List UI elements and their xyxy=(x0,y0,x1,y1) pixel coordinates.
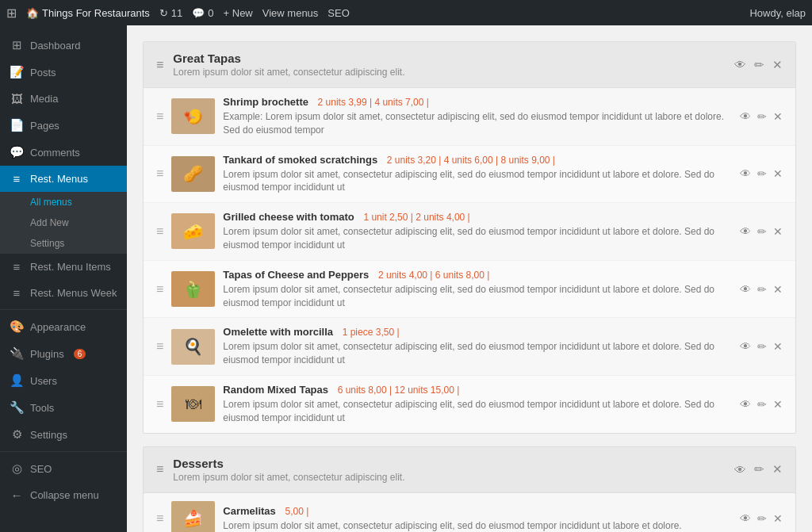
item-view-icon[interactable]: 👁 xyxy=(740,398,751,411)
item-edit-icon[interactable]: ✏ xyxy=(757,110,767,123)
item-image-placeholder: 🧀 xyxy=(171,213,215,249)
item-image-grilled: 🧀 xyxy=(171,213,215,249)
section-view-icon[interactable]: 👁 xyxy=(734,58,746,71)
adminbar-comments[interactable]: 💬0 xyxy=(192,7,213,19)
sidebar-item-settings[interactable]: ⚙ Settings xyxy=(0,421,127,448)
adminbar-user[interactable]: Howdy, elap xyxy=(749,7,806,19)
sidebar-item-pages[interactable]: 📄 Pages xyxy=(0,112,127,139)
sidebar-item-rest-menus[interactable]: ≡ Rest. Menus xyxy=(0,166,127,192)
section-edit-icon[interactable]: ✏ xyxy=(754,462,764,477)
item-edit-icon[interactable]: ✏ xyxy=(757,167,767,180)
item-description: Lorem ipsum dolor sit amet, consectetur … xyxy=(223,168,732,195)
item-delete-icon[interactable]: ✕ xyxy=(773,225,783,238)
item-image-omelette: 🍳 xyxy=(171,329,215,365)
sidebar-sub-add-new[interactable]: Add New xyxy=(0,212,127,233)
item-edit-icon[interactable]: ✏ xyxy=(757,225,767,238)
adminbar-view-menus[interactable]: View menus xyxy=(262,7,319,19)
section-delete-icon[interactable]: ✕ xyxy=(772,462,783,477)
item-edit-icon[interactable]: ✏ xyxy=(757,283,767,296)
section-actions: 👁 ✏ ✕ xyxy=(734,58,783,72)
sidebar-item-media[interactable]: 🖼 Media xyxy=(0,86,127,112)
sidebar-item-tools[interactable]: 🔧 Tools xyxy=(0,394,127,421)
adminbar-new-button[interactable]: + New xyxy=(224,7,253,19)
item-drag-handle[interactable]: ≡ xyxy=(156,339,163,354)
item-drag-handle[interactable]: ≡ xyxy=(156,166,163,181)
item-content-random: Random Mixed Tapas 6 units 8,00 | 12 uni… xyxy=(223,384,732,425)
item-view-icon[interactable]: 👁 xyxy=(740,167,751,180)
section-view-icon[interactable]: 👁 xyxy=(734,463,746,477)
menu-item-shrimp-brochette: ≡ 🍤 Shrimp brochette 2 units 3,99 | 4 un… xyxy=(144,88,795,146)
menu-item-random-mixed-tapas: ≡ 🍽 Random Mixed Tapas 6 units 8,00 | 12… xyxy=(144,376,795,433)
item-delete-icon[interactable]: ✕ xyxy=(773,512,783,525)
item-view-icon[interactable]: 👁 xyxy=(740,512,751,525)
item-image-random: 🍽 xyxy=(171,386,215,422)
section-actions: 👁 ✏ ✕ xyxy=(734,462,783,477)
item-edit-icon[interactable]: ✏ xyxy=(757,398,767,411)
menu-item-omelette: ≡ 🍳 Omelette with morcilla 1 piece 3,50 … xyxy=(144,318,795,376)
item-drag-handle[interactable]: ≡ xyxy=(156,224,163,239)
plugins-badge: 6 xyxy=(74,349,86,359)
menu-item-tankard: ≡ 🥜 Tankard of smoked scratchings 2 unit… xyxy=(144,146,795,204)
section-drag-handle[interactable]: ≡ xyxy=(156,58,163,72)
item-name: Carmelitas xyxy=(223,505,275,517)
wp-logo-icon[interactable]: ⊞ xyxy=(6,6,17,21)
item-drag-handle[interactable]: ≡ xyxy=(156,397,163,411)
sidebar-item-collapse[interactable]: ← Collapse menu xyxy=(0,482,127,508)
dashboard-icon: ⊞ xyxy=(10,38,24,52)
item-drag-handle[interactable]: ≡ xyxy=(156,109,163,124)
section-info: Desserts Lorem ipsum dolor sit amet, con… xyxy=(173,457,725,483)
item-price: 1 unit 2,50 | 2 units 4,00 | xyxy=(363,212,469,223)
sidebar-item-comments[interactable]: 💬 Comments xyxy=(0,139,127,166)
item-content-shrimp: Shrimp brochette 2 units 3,99 | 4 units … xyxy=(223,96,732,137)
section-description: Lorem ipsum dolor sit amet, consectetur … xyxy=(173,472,725,483)
item-content-omelette: Omelette with morcilla 1 piece 3,50 | Lo… xyxy=(223,326,732,367)
item-view-icon[interactable]: 👁 xyxy=(740,225,751,238)
item-drag-handle[interactable]: ≡ xyxy=(156,511,163,526)
section-title: Desserts xyxy=(173,457,725,470)
item-name: Random Mixed Tapas xyxy=(223,384,328,396)
item-image-tankard: 🥜 xyxy=(171,156,215,192)
menu-item-grilled-cheese: ≡ 🧀 Grilled cheese with tomato 1 unit 2,… xyxy=(144,203,795,261)
item-delete-icon[interactable]: ✕ xyxy=(773,167,783,180)
sidebar-item-users[interactable]: 👤 Users xyxy=(0,367,127,394)
sidebar-item-dashboard[interactable]: ⊞ Dashboard xyxy=(0,32,127,59)
item-delete-icon[interactable]: ✕ xyxy=(773,398,783,411)
item-edit-icon[interactable]: ✏ xyxy=(757,512,767,525)
item-delete-icon[interactable]: ✕ xyxy=(773,110,783,123)
tools-icon: 🔧 xyxy=(10,400,24,415)
item-description: Lorem ipsum dolor sit amet, consectetur … xyxy=(223,283,732,310)
item-name: Omelette with morcilla xyxy=(223,326,333,338)
item-view-icon[interactable]: 👁 xyxy=(740,340,751,353)
settings-icon: ⚙ xyxy=(10,427,24,442)
rest-menus-week-icon: ≡ xyxy=(10,286,24,300)
item-view-icon[interactable]: 👁 xyxy=(740,110,751,123)
rest-menus-icon: ≡ xyxy=(10,172,24,186)
item-actions: 👁 ✏ ✕ xyxy=(740,167,783,180)
sidebar-sub-all-menus[interactable]: All menus xyxy=(0,192,127,212)
section-drag-handle[interactable]: ≡ xyxy=(156,462,163,477)
adminbar-updates[interactable]: ↻11 xyxy=(159,7,182,19)
item-delete-icon[interactable]: ✕ xyxy=(773,283,783,296)
item-image-placeholder: 🍤 xyxy=(171,98,215,134)
sidebar-item-rest-menu-items[interactable]: ≡ Rest. Menu Items xyxy=(0,254,127,280)
site-name[interactable]: 🏠 Things For Restaurants xyxy=(26,7,150,19)
item-price: 2 units 4,00 | 6 units 8,00 | xyxy=(378,270,489,281)
sidebar-item-posts[interactable]: 📝 Posts xyxy=(0,59,127,86)
sidebar-item-appearance[interactable]: 🎨 Appearance xyxy=(0,313,127,340)
sidebar-item-rest-menus-week[interactable]: ≡ Rest. Menus Week xyxy=(0,280,127,306)
item-name: Grilled cheese with tomato xyxy=(223,211,354,223)
sidebar-item-seo[interactable]: ◎ SEO xyxy=(0,455,127,482)
item-delete-icon[interactable]: ✕ xyxy=(773,340,783,353)
item-edit-icon[interactable]: ✏ xyxy=(757,340,767,353)
section-delete-icon[interactable]: ✕ xyxy=(772,58,783,72)
item-description: Lorem ipsum dolor sit amet, consectetur … xyxy=(223,519,732,532)
item-price: 1 piece 3,50 | xyxy=(343,327,400,338)
item-actions: 👁 ✏ ✕ xyxy=(740,398,783,411)
item-drag-handle[interactable]: ≡ xyxy=(156,282,163,297)
sidebar-item-plugins[interactable]: 🔌 Plugins 6 xyxy=(0,340,127,367)
sidebar-sub-settings[interactable]: Settings xyxy=(0,233,127,254)
adminbar-seo[interactable]: SEO xyxy=(327,7,349,19)
section-header-great-tapas: ≡ Great Tapas Lorem ipsum dolor sit amet… xyxy=(144,42,795,88)
section-edit-icon[interactable]: ✏ xyxy=(754,58,764,72)
item-view-icon[interactable]: 👁 xyxy=(740,283,751,296)
